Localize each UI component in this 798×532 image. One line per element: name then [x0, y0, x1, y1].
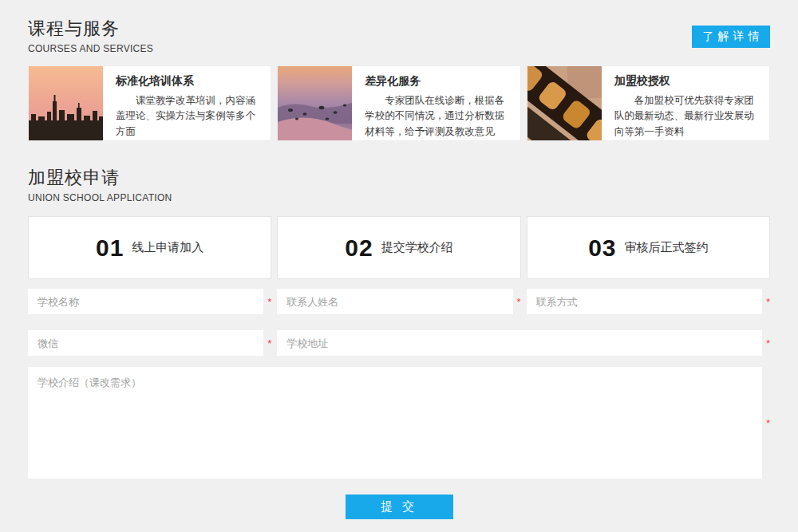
required-asterisk: *: [762, 417, 770, 429]
required-asterisk: *: [263, 337, 271, 349]
required-asterisk: *: [513, 296, 521, 308]
step-number: 03: [588, 234, 616, 262]
page-container: 课程与服务 COURSES AND SERVICES 了解详情: [28, 0, 770, 519]
contact-name-input[interactable]: [277, 289, 512, 314]
card-text: 加盟校授权 各加盟校可优先获得专家团队的最新动态、最新行业发展动向等第一手资料: [602, 66, 769, 140]
desert-dusk-photo: [278, 66, 352, 140]
step-2: 02 提交学校介绍: [277, 216, 520, 279]
learn-more-button[interactable]: 了解详情: [692, 26, 770, 48]
application-form: * * * * * *: [28, 289, 770, 479]
required-asterisk: *: [762, 337, 770, 349]
school-intro-field-wrap: *: [28, 367, 770, 479]
step-number: 02: [345, 234, 373, 262]
school-name-input[interactable]: [28, 289, 263, 314]
services-section-header: 课程与服务 COURSES AND SERVICES 了解详情: [28, 17, 770, 54]
services-subtitle: COURSES AND SERVICES: [28, 43, 153, 54]
card-title: 标准化培训体系: [116, 74, 259, 89]
card-desc: 课堂教学改革培训，内容涵盖理论、实操方法与案例等多个方面: [116, 93, 259, 140]
contact-phone-field-wrap: *: [527, 289, 770, 314]
school-name-field-wrap: *: [28, 289, 271, 314]
school-intro-textarea[interactable]: [28, 367, 762, 479]
card-title: 加盟校授权: [614, 74, 758, 89]
application-heading-block: 加盟校申请 UNION SCHOOL APPLICATION: [28, 166, 172, 203]
film-strip-photo: [527, 66, 602, 140]
wechat-input[interactable]: [28, 330, 263, 356]
service-card-differentiated: 差异化服务 专家团队在线诊断，根据各学校的不同情况，通过分析数据材料等，给予评测…: [277, 65, 520, 141]
card-desc: 各加盟校可优先获得专家团队的最新动态、最新行业发展动向等第一手资料: [614, 93, 758, 140]
card-title: 差异化服务: [365, 74, 508, 89]
step-label: 审核后正式签约: [625, 240, 709, 255]
card-text: 标准化培训体系 课堂教学改革培训，内容涵盖理论、实操方法与案例等多个方面: [103, 66, 271, 140]
card-desc: 专家团队在线诊断，根据各学校的不同情况，通过分析数据材料等，给予评测及教改意见: [365, 93, 508, 140]
service-card-training: 标准化培训体系 课堂教学改革培训，内容涵盖理论、实操方法与案例等多个方面: [28, 65, 271, 141]
required-asterisk: *: [762, 296, 770, 308]
step-3: 03 审核后正式签约: [527, 216, 770, 279]
step-1: 01 线上申请加入: [28, 216, 271, 279]
application-subtitle: UNION SCHOOL APPLICATION: [28, 192, 172, 203]
services-heading-block: 课程与服务 COURSES AND SERVICES: [28, 17, 153, 54]
submit-button[interactable]: 提 交: [346, 495, 453, 519]
services-title: 课程与服务: [28, 17, 153, 41]
city-skyline-sunset-photo: [29, 66, 103, 140]
application-title: 加盟校申请: [28, 166, 172, 190]
required-asterisk: *: [263, 296, 271, 308]
wechat-field-wrap: *: [28, 330, 271, 356]
service-cards: 标准化培训体系 课堂教学改革培训，内容涵盖理论、实操方法与案例等多个方面: [28, 65, 770, 141]
application-steps: 01 线上申请加入 02 提交学校介绍 03 审核后正式签约: [28, 216, 770, 279]
service-card-authorization: 加盟校授权 各加盟校可优先获得专家团队的最新动态、最新行业发展动向等第一手资料: [527, 65, 770, 141]
contact-phone-input[interactable]: [527, 289, 762, 314]
submit-row: 提 交: [28, 495, 770, 519]
application-section-header: 加盟校申请 UNION SCHOOL APPLICATION: [28, 166, 770, 203]
step-number: 01: [96, 234, 124, 262]
card-text: 差异化服务 专家团队在线诊断，根据各学校的不同情况，通过分析数据材料等，给予评测…: [352, 66, 519, 140]
step-label: 提交学校介绍: [381, 240, 453, 255]
school-address-input[interactable]: [277, 330, 762, 356]
school-address-field-wrap: *: [277, 330, 770, 356]
contact-name-field-wrap: *: [277, 289, 520, 314]
step-label: 线上申请加入: [132, 240, 203, 255]
